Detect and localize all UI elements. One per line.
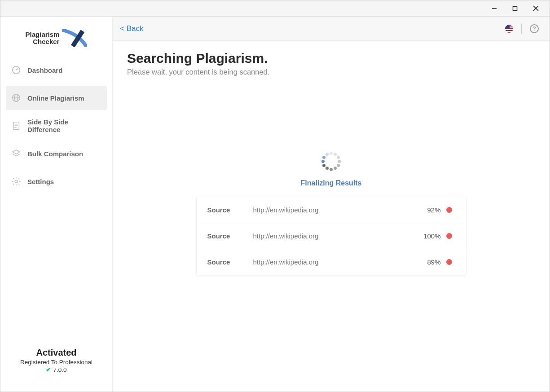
sidebar-item-label: Settings (27, 178, 54, 185)
gauge-icon (11, 65, 21, 75)
source-label: Source (207, 206, 248, 214)
match-percent: 100% (423, 232, 440, 240)
severity-dot-icon (446, 259, 452, 265)
result-row: Sourcehttp://en.wikipedia.org92% (197, 197, 466, 223)
layers-icon (11, 149, 21, 159)
sidebar-item-settings[interactable]: Settings (6, 169, 107, 194)
source-url: http://en.wikipedia.org (253, 258, 422, 266)
globe-icon (11, 93, 21, 103)
results-list: Sourcehttp://en.wikipedia.org92%Sourceht… (197, 197, 466, 275)
document-icon (11, 121, 21, 131)
sidebar-item-label: Side By Side Difference (27, 118, 101, 133)
result-row: Sourcehttp://en.wikipedia.org100% (197, 223, 466, 249)
help-icon[interactable]: ? (530, 24, 539, 33)
sidebar-item-online-plagiarism[interactable]: Online Plagiarism (6, 86, 107, 110)
window-titlebar (0, 0, 550, 17)
close-button[interactable] (525, 2, 546, 15)
source-label: Source (207, 258, 248, 266)
sidebar-item-label: Dashboard (27, 66, 62, 74)
topbar: < Back ? (113, 17, 550, 41)
loading-spinner-icon (321, 150, 342, 172)
check-icon: ✔ (46, 366, 51, 373)
gear-icon (11, 176, 21, 186)
version-text: 7.0.0 (53, 366, 66, 373)
minimize-button[interactable] (484, 2, 505, 15)
match-percent: 89% (427, 258, 440, 266)
maximize-button[interactable] (505, 2, 525, 15)
source-url: http://en.wikipedia.org (253, 232, 418, 240)
result-row: Sourcehttp://en.wikipedia.org89% (197, 249, 466, 275)
sidebar: Plagiarism Checker Dashboard (0, 17, 113, 392)
language-flag-icon[interactable] (505, 25, 513, 33)
license-status: Activated (0, 348, 112, 358)
severity-dot-icon (446, 207, 452, 213)
source-url: http://en.wikipedia.org (253, 206, 422, 214)
page-title: Searching Plagiarism. (127, 51, 535, 66)
match-percent: 92% (427, 206, 440, 214)
svg-point-13 (15, 180, 18, 183)
page-subtitle: Please wait, your content is being scann… (127, 68, 535, 76)
logo-text-line1: Plagiarism (26, 31, 60, 38)
sidebar-item-bulk-comparison[interactable]: Bulk Comparison (6, 141, 107, 166)
license-registration: Registered To Professional (0, 359, 112, 366)
svg-rect-1 (513, 6, 517, 10)
scan-status: Finalizing Results (300, 179, 361, 187)
logo-x-icon (62, 29, 87, 47)
logo-text-line2: Checker (26, 38, 60, 45)
sidebar-item-label: Bulk Comparison (27, 150, 83, 158)
source-label: Source (207, 232, 248, 240)
back-link[interactable]: < Back (120, 24, 143, 33)
app-logo: Plagiarism Checker (0, 21, 112, 58)
separator (521, 24, 522, 34)
svg-marker-12 (13, 150, 20, 154)
sidebar-footer: Activated Registered To Professional ✔ 7… (0, 348, 112, 392)
sidebar-item-side-by-side[interactable]: Side By Side Difference (6, 114, 107, 138)
sidebar-item-dashboard[interactable]: Dashboard (6, 58, 107, 82)
severity-dot-icon (446, 233, 452, 239)
sidebar-nav: Dashboard Online Plagiarism Side By Side… (0, 58, 112, 194)
sidebar-item-label: Online Plagiarism (27, 94, 84, 102)
main-area: < Back ? Searching Plagiarism. Please wa… (113, 17, 550, 392)
